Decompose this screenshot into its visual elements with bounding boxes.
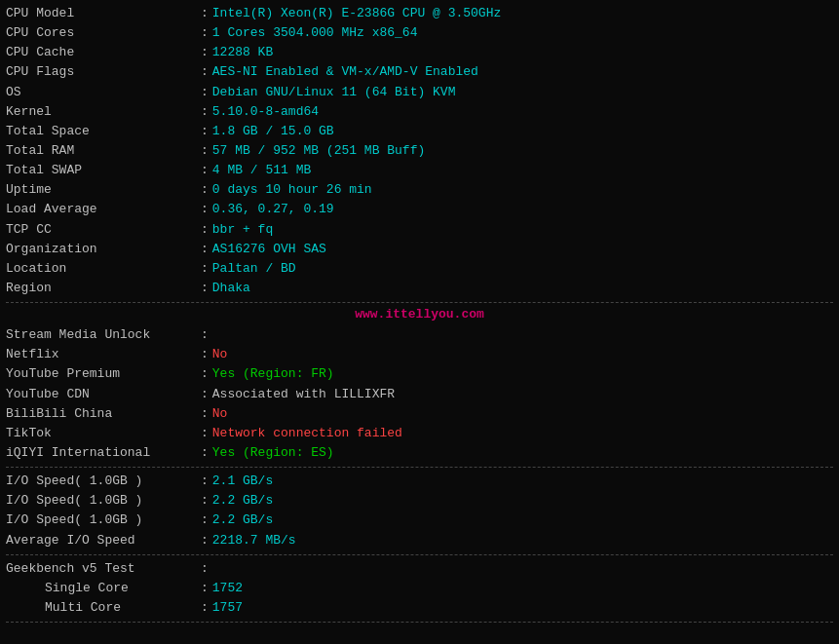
kernel-label: Kernel: [6, 102, 201, 122]
io-speed1-label: I/O Speed( 1.0GB ): [6, 472, 201, 491]
cpu-cache-label: CPU Cache: [6, 43, 201, 62]
iqiyi-value: Yes (Region: ES): [212, 443, 334, 463]
uptime-value: 0 days 10 hour 26 min: [212, 180, 372, 200]
region-label: Region: [6, 279, 201, 298]
io-speed1-value: 2.1 GB/s: [212, 472, 273, 491]
divider-3: [6, 554, 833, 555]
load-avg-row: Load Average : 0.36, 0.27, 0.19: [6, 200, 833, 219]
netflix-value: No: [212, 345, 228, 364]
cpu-model-value: Intel(R) Xeon(R) E-2386G CPU @ 3.50GHz: [212, 4, 501, 23]
tcp-cc-row: TCP CC : bbr + fq: [6, 220, 833, 240]
stream-media-row: Stream Media Unlock :: [6, 325, 833, 345]
divider-1: [6, 302, 833, 303]
cpu-flags-label: CPU Flags: [6, 62, 201, 82]
location-row: Location : Paltan / BD: [6, 259, 833, 279]
location-value: Paltan / BD: [212, 259, 296, 279]
bilibili-value: No: [212, 404, 228, 424]
region-row: Region : Dhaka: [6, 279, 833, 298]
io-speed1-row: I/O Speed( 1.0GB ) : 2.1 GB/s: [6, 472, 833, 491]
cpu-model-label: CPU Model: [6, 4, 201, 23]
region-value: Dhaka: [212, 279, 250, 298]
cpu-cache-row: CPU Cache : 12288 KB: [6, 43, 833, 62]
netflix-row: Netflix : No: [6, 345, 833, 364]
total-space-row: Total Space : 1.8 GB / 15.0 GB: [6, 122, 833, 141]
youtube-cdn-label: YouTube CDN: [6, 385, 201, 404]
cpu-model-row: CPU Model : Intel(R) Xeon(R) E-2386G CPU…: [6, 4, 833, 23]
tcp-cc-value: bbr + fq: [212, 220, 273, 240]
io-avg-label: Average I/O Speed: [6, 531, 201, 550]
geekbench-multi-value: 1757: [212, 598, 243, 618]
io-speed3-row: I/O Speed( 1.0GB ) : 2.2 GB/s: [6, 511, 833, 530]
os-row: OS : Debian GNU/Linux 11 (64 Bit) KVM: [6, 83, 833, 102]
cpu-flags-value: AES-NI Enabled & VM-x/AMD-V Enabled: [212, 62, 478, 82]
tcp-cc-label: TCP CC: [6, 220, 201, 240]
geekbench-single-value: 1752: [212, 579, 243, 598]
total-ram-value: 57 MB / 952 MB (251 MB Buff): [212, 141, 425, 161]
geekbench-single-row: Single Core : 1752: [6, 579, 833, 598]
io-speed2-label: I/O Speed( 1.0GB ): [6, 491, 201, 511]
geekbench-section-row: Geekbench v5 Test :: [6, 559, 833, 579]
total-swap-value: 4 MB / 511 MB: [212, 161, 311, 180]
total-swap-label: Total SWAP: [6, 161, 201, 180]
os-value: Debian GNU/Linux 11 (64 Bit) KVM: [212, 83, 456, 102]
tiktok-value: Network connection failed: [212, 424, 402, 443]
io-speed3-value: 2.2 GB/s: [212, 511, 273, 530]
iqiyi-label: iQIYI International: [6, 443, 201, 463]
stream-media-label: Stream Media Unlock: [6, 325, 201, 345]
io-speed3-label: I/O Speed( 1.0GB ): [6, 511, 201, 530]
total-space-label: Total Space: [6, 122, 201, 141]
bilibili-label: BiliBili China: [6, 404, 201, 424]
tiktok-label: TikTok: [6, 424, 201, 443]
io-avg-value: 2218.7 MB/s: [212, 531, 296, 550]
io-speed2-row: I/O Speed( 1.0GB ) : 2.2 GB/s: [6, 491, 833, 511]
netflix-label: Netflix: [6, 345, 201, 364]
location-label: Location: [6, 259, 201, 279]
cpu-flags-row: CPU Flags : AES-NI Enabled & VM-x/AMD-V …: [6, 62, 833, 82]
bilibili-row: BiliBili China : No: [6, 404, 833, 424]
uptime-row: Uptime : 0 days 10 hour 26 min: [6, 180, 833, 200]
cpu-cache-value: 12288 KB: [212, 43, 273, 62]
youtube-premium-label: YouTube Premium: [6, 364, 201, 384]
uptime-label: Uptime: [6, 180, 201, 200]
iqiyi-row: iQIYI International : Yes (Region: ES): [6, 443, 833, 463]
geekbench-single-label: Single Core: [6, 579, 201, 598]
youtube-premium-value: Yes (Region: FR): [212, 364, 334, 384]
load-avg-value: 0.36, 0.27, 0.19: [212, 200, 334, 219]
kernel-value: 5.10.0-8-amd64: [212, 102, 319, 122]
io-speed2-value: 2.2 GB/s: [212, 491, 273, 511]
cpu-cores-value: 1 Cores 3504.000 MHz x86_64: [212, 23, 418, 43]
total-ram-row: Total RAM : 57 MB / 952 MB (251 MB Buff): [6, 141, 833, 161]
youtube-premium-row: YouTube Premium : Yes (Region: FR): [6, 364, 833, 384]
tiktok-row: TikTok : Network connection failed: [6, 424, 833, 443]
load-avg-label: Load Average: [6, 200, 201, 219]
geekbench-section-label: Geekbench v5 Test: [6, 559, 201, 579]
youtube-cdn-row: YouTube CDN : Associated with LILLIXFR: [6, 385, 833, 404]
watermark: www.ittellyou.com: [6, 307, 833, 322]
cpu-cores-label: CPU Cores: [6, 23, 201, 43]
geekbench-multi-row: Multi Core : 1757: [6, 598, 833, 618]
divider-4: [6, 622, 833, 623]
total-ram-label: Total RAM: [6, 141, 201, 161]
divider-2: [6, 467, 833, 468]
organization-value: AS16276 OVH SAS: [212, 240, 326, 259]
organization-label: Organization: [6, 240, 201, 259]
total-space-value: 1.8 GB / 15.0 GB: [212, 122, 334, 141]
youtube-cdn-value: Associated with LILLIXFR: [212, 385, 395, 404]
total-swap-row: Total SWAP : 4 MB / 511 MB: [6, 161, 833, 180]
organization-row: Organization : AS16276 OVH SAS: [6, 240, 833, 259]
os-label: OS: [6, 83, 201, 102]
cpu-cores-row: CPU Cores : 1 Cores 3504.000 MHz x86_64: [6, 23, 833, 43]
geekbench-multi-label: Multi Core: [6, 598, 201, 618]
io-avg-row: Average I/O Speed : 2218.7 MB/s: [6, 531, 833, 550]
kernel-row: Kernel : 5.10.0-8-amd64: [6, 102, 833, 122]
